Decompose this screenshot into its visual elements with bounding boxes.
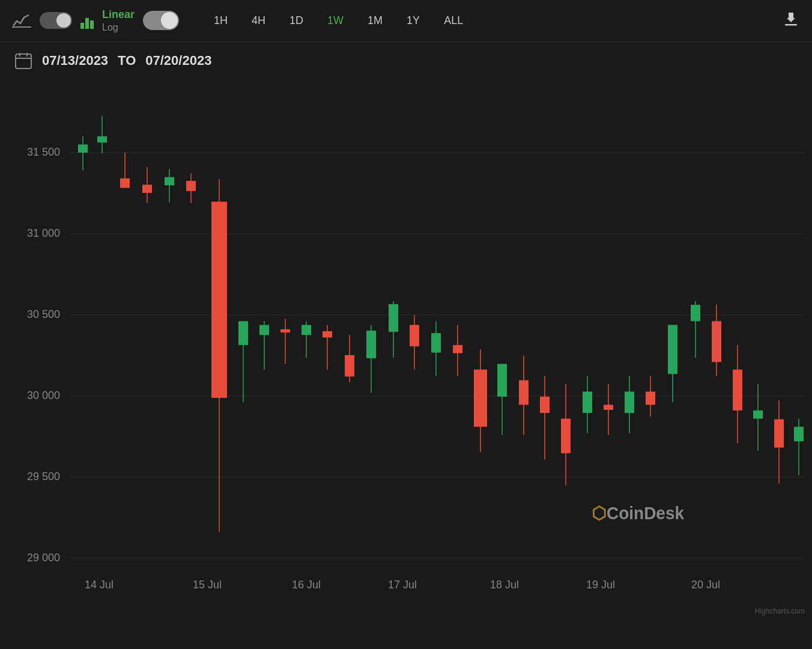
calendar-icon (14, 52, 32, 70)
svg-rect-52 (366, 331, 376, 358)
time-btn-4h[interactable]: 4H (240, 11, 277, 31)
svg-text:30 000: 30 000 (27, 389, 60, 401)
time-btn-1y[interactable]: 1Y (395, 11, 432, 31)
line-chart-icon[interactable] (12, 13, 31, 28)
svg-rect-36 (186, 181, 196, 191)
svg-rect-30 (120, 178, 130, 188)
toolbar: Linear Log 1H 4H 1D 1W 1M 1Y ALL (0, 0, 812, 42)
date-range: 07/13/2023 TO 07/20/2023 (42, 53, 211, 69)
candlestick-chart: 31 500 31 000 30 500 30 000 29 500 29 00… (0, 85, 812, 626)
svg-rect-54 (389, 304, 398, 332)
svg-rect-34 (165, 177, 174, 186)
svg-rect-62 (474, 370, 487, 427)
svg-rect-46 (301, 325, 311, 335)
date-range-bar: 07/13/2023 TO 07/20/2023 (0, 42, 812, 79)
svg-text:19 Jul: 19 Jul (586, 578, 615, 591)
svg-rect-72 (583, 391, 592, 413)
svg-rect-88 (753, 410, 763, 419)
svg-rect-60 (453, 345, 462, 353)
svg-text:20 Jul: 20 Jul (691, 578, 720, 591)
svg-text:31 500: 31 500 (27, 145, 60, 158)
svg-text:Highcharts.com: Highcharts.com (755, 607, 805, 615)
svg-rect-78 (646, 391, 655, 404)
chart-container: 31 500 31 000 30 500 30 000 29 500 29 00… (0, 85, 812, 626)
svg-text:⬡: ⬡ (592, 503, 606, 523)
time-btn-all[interactable]: ALL (432, 11, 475, 31)
time-btn-1d[interactable]: 1D (277, 11, 315, 31)
svg-rect-80 (668, 325, 677, 374)
svg-text:14 Jul: 14 Jul (85, 578, 114, 591)
time-btn-1m[interactable]: 1M (356, 11, 395, 31)
svg-rect-66 (519, 380, 529, 405)
time-btn-1h[interactable]: 1H (202, 11, 240, 31)
time-btn-1w[interactable]: 1W (315, 11, 356, 31)
svg-text:16 Jul: 16 Jul (292, 578, 321, 591)
to-label: TO (118, 53, 136, 69)
svg-rect-56 (410, 325, 419, 347)
svg-rect-38 (211, 201, 227, 398)
svg-text:18 Jul: 18 Jul (490, 578, 519, 591)
svg-rect-48 (323, 331, 332, 337)
scale-type-group: Linear Log (102, 8, 135, 33)
svg-rect-1 (785, 24, 797, 26)
svg-rect-32 (142, 184, 152, 193)
svg-text:29 500: 29 500 (27, 470, 60, 483)
svg-text:31 000: 31 000 (27, 227, 60, 239)
svg-rect-70 (561, 418, 571, 453)
svg-rect-26 (78, 144, 88, 153)
svg-rect-58 (431, 333, 441, 352)
svg-rect-50 (345, 355, 354, 377)
linear-label: Linear (102, 8, 135, 22)
svg-rect-90 (774, 419, 784, 447)
linear-log-toggle[interactable] (143, 11, 179, 30)
svg-rect-42 (259, 325, 269, 335)
log-label: Log (102, 22, 135, 33)
svg-text:CoinDesk: CoinDesk (607, 503, 684, 523)
svg-rect-92 (794, 427, 804, 441)
svg-rect-28 (97, 136, 107, 142)
svg-rect-84 (712, 321, 721, 362)
svg-rect-2 (16, 54, 31, 69)
svg-rect-76 (625, 391, 634, 413)
svg-text:30 500: 30 500 (27, 308, 60, 320)
time-period-buttons: 1H 4H 1D 1W 1M 1Y ALL (202, 11, 475, 31)
svg-text:17 Jul: 17 Jul (388, 578, 417, 591)
toolbar-left: Linear Log (12, 8, 179, 33)
candlestick-chart-icon[interactable] (80, 12, 94, 29)
svg-rect-64 (497, 364, 507, 396)
svg-rect-68 (540, 397, 550, 413)
svg-rect-86 (733, 370, 742, 410)
svg-text:15 Jul: 15 Jul (193, 578, 222, 591)
svg-rect-0 (12, 26, 31, 28)
svg-rect-40 (238, 321, 248, 345)
svg-text:29 000: 29 000 (27, 551, 60, 564)
svg-rect-44 (280, 329, 290, 332)
download-button[interactable] (782, 10, 800, 31)
chart-type-toggle[interactable] (40, 12, 72, 29)
date-to: 07/20/2023 (145, 53, 211, 69)
date-from: 07/13/2023 (42, 53, 108, 69)
svg-rect-82 (691, 305, 700, 321)
svg-rect-74 (604, 404, 613, 409)
